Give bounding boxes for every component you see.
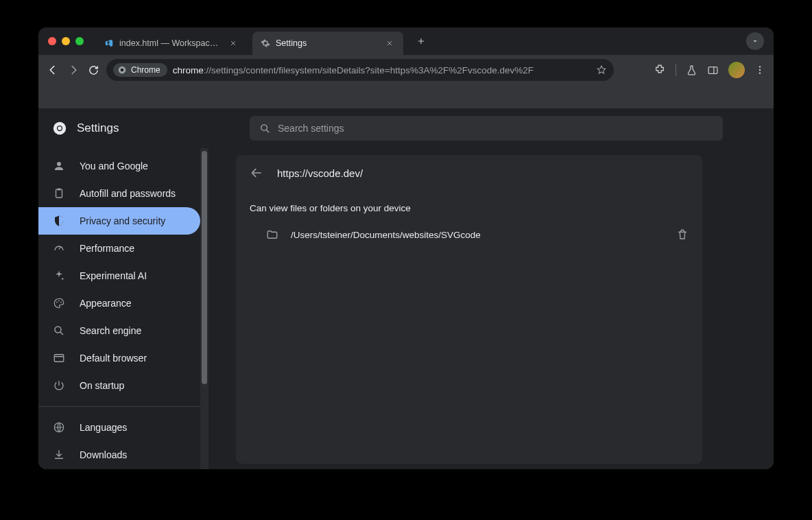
power-icon bbox=[52, 379, 66, 392]
download-icon bbox=[52, 448, 66, 462]
folder-icon bbox=[266, 228, 278, 241]
palette-icon bbox=[52, 296, 66, 310]
svg-line-11 bbox=[267, 130, 270, 132]
file-path: /Users/tsteiner/Documents/websites/SVGco… bbox=[291, 230, 481, 240]
sidebar-item-on-startup[interactable]: On startup bbox=[38, 372, 200, 399]
file-row: /Users/tsteiner/Documents/websites/SVGco… bbox=[236, 220, 702, 249]
sidebar-item-appearance[interactable]: Appearance bbox=[38, 289, 200, 317]
back-button[interactable] bbox=[47, 64, 59, 76]
search-icon bbox=[259, 123, 271, 134]
search-wrap: Search settings bbox=[250, 116, 723, 141]
sidebar-scrollbar-thumb[interactable] bbox=[202, 151, 207, 384]
svg-point-4 bbox=[759, 66, 761, 67]
tab-close-button[interactable] bbox=[384, 38, 395, 49]
card-header: https://vscode.dev/ bbox=[236, 155, 702, 191]
speedometer-icon bbox=[52, 241, 66, 255]
kebab-menu-icon[interactable] bbox=[754, 64, 765, 75]
search-icon bbox=[52, 324, 66, 338]
tab-title: Settings bbox=[276, 38, 379, 48]
back-arrow-button[interactable] bbox=[250, 166, 263, 180]
sidebar-scrollbar-track[interactable] bbox=[200, 148, 208, 469]
shield-icon bbox=[52, 214, 66, 228]
sidebar-item-label: On startup bbox=[80, 380, 124, 391]
window-maximize-button[interactable] bbox=[75, 37, 84, 45]
settings-main: https://vscode.dev/ Can view files or fo… bbox=[208, 148, 774, 469]
browser-icon bbox=[52, 351, 66, 365]
sidebar-item-you-and-google[interactable]: You and Google bbox=[38, 152, 200, 180]
globe-icon bbox=[52, 421, 66, 434]
sidebar-item-label: You and Google bbox=[80, 161, 148, 172]
chrome-logo-icon bbox=[52, 121, 67, 136]
tab-inactive[interactable]: index.html — Workspace — V bbox=[96, 32, 247, 55]
window-close-button[interactable] bbox=[48, 37, 56, 45]
sidebar-item-languages[interactable]: Languages bbox=[38, 414, 200, 441]
svg-point-17 bbox=[55, 327, 61, 333]
tab-active[interactable]: Settings bbox=[252, 32, 403, 55]
extensions-icon[interactable] bbox=[654, 64, 666, 76]
chrome-logo-icon bbox=[117, 65, 127, 75]
chrome-chip: Chrome bbox=[113, 63, 167, 77]
settings-sidebar: You and Google Autofill and passwords Pr… bbox=[38, 148, 208, 469]
window-minimize-button[interactable] bbox=[62, 37, 70, 45]
url-text: chrome://settings/content/filesystem/sit… bbox=[173, 65, 534, 75]
browser-toolbar: Chrome chrome://settings/content/filesys… bbox=[38, 55, 774, 85]
sidebar-item-label: Autofill and passwords bbox=[80, 188, 176, 199]
vscode-icon bbox=[104, 38, 114, 48]
sidebar-item-performance[interactable]: Performance bbox=[38, 235, 200, 262]
svg-rect-19 bbox=[54, 355, 64, 362]
sidebar-item-label: Privacy and security bbox=[80, 215, 165, 226]
tab-strip: index.html — Workspace — V Settings bbox=[38, 27, 774, 55]
sidebar-item-label: Default browser bbox=[80, 353, 147, 364]
settings-search-input[interactable]: Search settings bbox=[250, 116, 723, 141]
sidebar-item-privacy-security[interactable]: Privacy and security bbox=[38, 207, 200, 235]
sidebar-item-label: Downloads bbox=[80, 449, 127, 460]
sidebar-item-default-browser[interactable]: Default browser bbox=[38, 344, 200, 372]
sidebar-item-autofill[interactable]: Autofill and passwords bbox=[38, 180, 200, 207]
new-tab-button[interactable] bbox=[411, 32, 431, 51]
profile-avatar[interactable] bbox=[728, 62, 745, 78]
svg-point-1 bbox=[121, 69, 124, 72]
window-dropdown-button[interactable] bbox=[746, 32, 764, 50]
svg-point-16 bbox=[60, 302, 62, 303]
labs-icon[interactable] bbox=[686, 64, 697, 76]
sidebar-item-label: Experimental AI bbox=[80, 270, 147, 281]
delete-button[interactable] bbox=[676, 228, 689, 241]
svg-line-18 bbox=[60, 332, 63, 335]
site-details-card: https://vscode.dev/ Can view files or fo… bbox=[236, 155, 702, 464]
bookmark-star-icon[interactable] bbox=[596, 64, 607, 75]
reload-button[interactable] bbox=[88, 64, 99, 76]
section-label: Can view files or folders on your device bbox=[236, 191, 702, 220]
tab-title: index.html — Workspace — V bbox=[119, 38, 222, 48]
address-bar[interactable]: Chrome chrome://settings/content/filesys… bbox=[106, 59, 614, 81]
sidebar-item-search-engine[interactable]: Search engine bbox=[38, 317, 200, 344]
bookmarks-bar-area bbox=[38, 85, 774, 108]
person-icon bbox=[52, 159, 66, 173]
toolbar-actions bbox=[654, 62, 765, 78]
sidebar-item-label: Appearance bbox=[80, 298, 132, 309]
svg-point-15 bbox=[58, 300, 60, 301]
gear-icon bbox=[261, 38, 270, 48]
traffic-lights bbox=[48, 37, 84, 45]
forward-button[interactable] bbox=[67, 64, 80, 76]
sidebar-item-experimental-ai[interactable]: Experimental AI bbox=[38, 262, 200, 289]
settings-title: Settings bbox=[77, 121, 119, 135]
separator bbox=[676, 64, 676, 76]
site-url-title: https://vscode.dev/ bbox=[277, 167, 363, 179]
sparkle-icon bbox=[52, 269, 66, 283]
svg-point-5 bbox=[759, 69, 761, 71]
chip-label: Chrome bbox=[131, 65, 160, 75]
page-content: Settings Search settings You and Google … bbox=[38, 108, 774, 469]
svg-rect-13 bbox=[58, 189, 61, 191]
settings-title-wrap: Settings bbox=[52, 121, 236, 136]
sidebar-item-label: Languages bbox=[80, 422, 127, 433]
svg-point-14 bbox=[56, 302, 58, 303]
search-placeholder: Search settings bbox=[278, 123, 344, 134]
svg-rect-2 bbox=[708, 67, 717, 73]
browser-window: index.html — Workspace — V Settings bbox=[38, 27, 774, 469]
sidebar-item-downloads[interactable]: Downloads bbox=[38, 441, 200, 469]
side-panel-icon[interactable] bbox=[707, 64, 719, 76]
settings-header: Settings Search settings bbox=[38, 108, 774, 148]
sidebar-divider bbox=[38, 406, 208, 407]
svg-point-9 bbox=[58, 126, 62, 130]
tab-close-button[interactable] bbox=[228, 38, 239, 49]
